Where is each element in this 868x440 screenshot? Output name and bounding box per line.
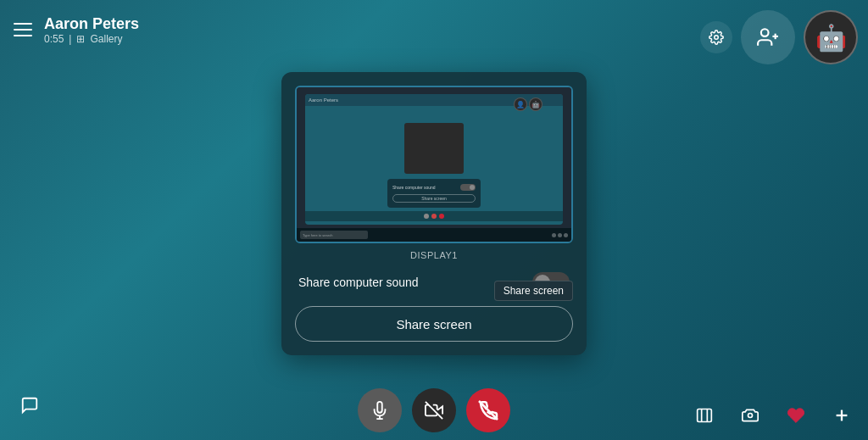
svg-rect-8 xyxy=(698,409,712,422)
display-label: DISPLAY1 xyxy=(295,250,573,260)
end-call-button[interactable] xyxy=(466,388,510,432)
header-info: Aaron Peters 0:55 | ⊞ Gallery xyxy=(44,15,139,45)
toggle-wrap[interactable] xyxy=(532,272,570,292)
add-button[interactable] xyxy=(826,399,858,432)
camera-button[interactable] xyxy=(734,399,766,432)
expand-icon xyxy=(696,407,713,424)
mini-window: Aaron Peters 👤 🤖 Share computer sound xyxy=(305,94,563,225)
taskbar-dot-2 xyxy=(558,233,562,237)
camera-icon xyxy=(742,407,759,424)
share-btn-wrap: Share screen Share screen xyxy=(295,306,573,342)
expand-button[interactable] xyxy=(688,399,721,432)
mini-dot-end xyxy=(431,214,437,219)
plus-icon xyxy=(832,406,851,425)
separator: | xyxy=(69,33,71,45)
add-person-button[interactable] xyxy=(741,10,795,64)
svg-point-9 xyxy=(748,414,753,418)
taskbar-dot-3 xyxy=(564,233,568,237)
video-button[interactable] xyxy=(412,388,456,432)
avatar: 🤖 xyxy=(804,10,858,64)
call-title: Aaron Peters xyxy=(44,15,139,33)
sound-toggle[interactable] xyxy=(532,272,570,292)
preview-inner: Aaron Peters 👤 🤖 Share computer sound xyxy=(297,87,571,242)
mini-toggle-small xyxy=(460,184,476,191)
end-call-icon xyxy=(478,400,498,421)
call-timer: 0:55 xyxy=(44,33,64,45)
video-off-icon xyxy=(425,401,443,420)
heart-icon xyxy=(787,406,805,425)
mini-dark-box xyxy=(404,123,464,174)
microphone-icon xyxy=(370,401,389,420)
taskbar-search-text: Type here to search xyxy=(303,233,332,237)
mini-sub-text: Share computer sound xyxy=(392,184,476,191)
gallery-icon-small: ⊞ xyxy=(76,33,85,45)
mini-titlebar: Aaron Peters 👤 🤖 xyxy=(305,94,563,106)
gear-icon xyxy=(709,30,724,45)
mini-sub-modal: Share computer sound Share screen xyxy=(387,179,481,208)
taskbar-search: Type here to search xyxy=(300,231,368,239)
mini-content: Share computer sound Share screen xyxy=(305,106,563,225)
heart-button[interactable] xyxy=(780,399,812,432)
taskbar-dot-1 xyxy=(552,233,556,237)
sound-row: Share computer sound xyxy=(295,272,573,292)
share-screen-button[interactable]: Share screen xyxy=(295,306,573,342)
taskbar-icons-row xyxy=(552,233,568,237)
call-subtitle: 0:55 | ⊞ Gallery xyxy=(44,33,139,45)
settings-button[interactable] xyxy=(700,21,732,53)
sound-label: Share computer sound xyxy=(298,276,419,289)
svg-point-1 xyxy=(761,29,769,36)
mic-button[interactable] xyxy=(358,388,402,432)
mini-title: Aaron Peters xyxy=(309,97,338,103)
menu-button[interactable] xyxy=(14,23,32,36)
preview-taskbar: Type here to search xyxy=(297,228,571,242)
bottom-right-controls xyxy=(688,399,858,432)
mini-dot-1 xyxy=(424,214,429,219)
svg-point-0 xyxy=(715,36,719,40)
mini-share-sound-label: Share computer sound xyxy=(392,185,436,190)
mini-dot-3 xyxy=(439,214,444,219)
toggle-thumb xyxy=(535,275,550,290)
mini-bottom-bar xyxy=(305,211,563,221)
mini-share-btn: Share screen xyxy=(392,194,476,203)
share-screen-modal: Aaron Peters 👤 🤖 Share computer sound xyxy=(281,72,587,355)
gallery-label: Gallery xyxy=(90,33,122,45)
mini-share-btn-label: Share screen xyxy=(421,196,447,201)
add-person-icon xyxy=(757,26,779,48)
screen-preview[interactable]: Aaron Peters 👤 🤖 Share computer sound xyxy=(295,86,573,243)
top-right-controls: 🤖 xyxy=(700,10,858,64)
